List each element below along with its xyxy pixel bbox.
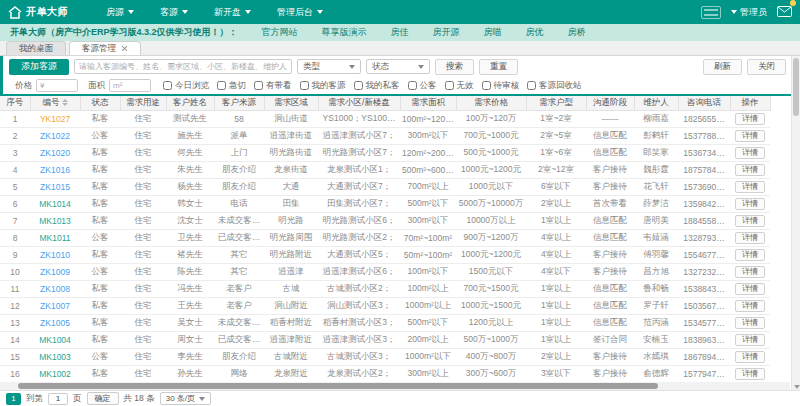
- detail-button[interactable]: 详情: [735, 181, 765, 193]
- search-input[interactable]: [74, 59, 292, 74]
- goto-prefix: 到第: [26, 393, 43, 405]
- cell-code[interactable]: MK1014: [30, 195, 80, 212]
- column-header[interactable]: 编号: [30, 96, 80, 110]
- cell-code[interactable]: MK1003: [30, 348, 80, 365]
- type-select[interactable]: 类型: [297, 59, 361, 74]
- goto-page-input[interactable]: [48, 393, 68, 405]
- filter-checkbox[interactable]: 待审核: [482, 80, 520, 92]
- detail-button[interactable]: 详情: [735, 300, 765, 312]
- price-input[interactable]: [36, 79, 78, 92]
- page-size-select[interactable]: 30 条/页: [160, 392, 211, 405]
- close-button[interactable]: 关闭: [747, 59, 786, 75]
- horizontal-scrollbar[interactable]: [0, 382, 790, 390]
- filter-checkbox[interactable]: 公客: [408, 80, 437, 92]
- filter-checkbox[interactable]: 无效: [445, 80, 474, 92]
- checkbox-input[interactable]: [482, 81, 491, 90]
- cell-code[interactable]: YK1027: [30, 110, 80, 127]
- refresh-button[interactable]: 刷新: [703, 59, 742, 75]
- topbar-menu-item[interactable]: 房源: [106, 6, 134, 19]
- checkbox-input[interactable]: [163, 81, 172, 90]
- cell-code[interactable]: ZK1009: [30, 263, 80, 280]
- detail-button[interactable]: 详情: [735, 130, 765, 142]
- tab-active[interactable]: 客源管理: [69, 41, 141, 55]
- cell-code[interactable]: MK1013: [30, 212, 80, 229]
- cell-agent: 安楠玉: [634, 331, 678, 348]
- notice-link[interactable]: 房桥: [568, 26, 586, 39]
- notice-link[interactable]: 官方网站: [262, 26, 298, 39]
- notice-link[interactable]: 房佳: [391, 26, 409, 39]
- topbar-menu-item[interactable]: 新开盘: [214, 6, 251, 19]
- cell-price: 1000元~1200元: [456, 246, 526, 263]
- notice-link[interactable]: 房喵: [484, 26, 502, 39]
- detail-button[interactable]: 详情: [735, 147, 765, 159]
- detail-button[interactable]: 详情: [735, 266, 765, 278]
- cell-code[interactable]: ZK1008: [30, 280, 80, 297]
- close-icon[interactable]: [121, 45, 128, 52]
- cell-code[interactable]: MK1002: [30, 365, 80, 382]
- cell-usage: 住宅: [120, 314, 166, 331]
- cell-community: YS1000；YS100…: [318, 110, 400, 127]
- detail-button[interactable]: 详情: [735, 249, 765, 261]
- cell-no: 11: [0, 280, 30, 297]
- status-select[interactable]: 状态: [366, 59, 430, 74]
- cell-code[interactable]: ZK1007: [30, 297, 80, 314]
- detail-button[interactable]: 详情: [735, 198, 765, 210]
- vertical-scrollbar-thumb[interactable]: [793, 58, 799, 116]
- column-header-inner: 需求小区/新楼盘: [319, 97, 400, 109]
- detail-button[interactable]: 详情: [735, 215, 765, 227]
- topbar-menu-item[interactable]: 客源: [160, 6, 188, 19]
- reset-button[interactable]: 重置: [479, 59, 518, 75]
- vertical-scrollbar[interactable]: [791, 56, 800, 390]
- cell-agent: 魏彤霆: [634, 161, 678, 178]
- detail-button[interactable]: 详情: [735, 232, 765, 244]
- filter-checkbox[interactable]: 客源回收站: [527, 80, 582, 92]
- goto-confirm-button[interactable]: 确定: [87, 392, 119, 405]
- cell-area: 500m²以下: [400, 314, 456, 331]
- checkbox-input[interactable]: [300, 81, 309, 90]
- cell-area: 100m²以下: [400, 263, 456, 280]
- detail-button[interactable]: 详情: [735, 283, 765, 295]
- cell-code[interactable]: ZK1020: [30, 144, 80, 161]
- filter-checkbox[interactable]: 我的私客: [354, 80, 400, 92]
- detail-button[interactable]: 详情: [735, 113, 765, 125]
- table-body: 1YK1027私客住宅测试先生58洞山街道YS1000；YS100…100m²~…: [0, 110, 770, 382]
- cell-source: 未成交客…: [214, 212, 264, 229]
- search-button[interactable]: 搜索: [435, 59, 474, 75]
- cell-price: 1500元以下: [456, 263, 526, 280]
- checkbox-input[interactable]: [408, 81, 417, 90]
- detail-button[interactable]: 详情: [735, 334, 765, 346]
- checkbox-input[interactable]: [254, 81, 263, 90]
- notice-link[interactable]: 房优: [526, 26, 544, 39]
- cell-code[interactable]: ZK1010: [30, 246, 80, 263]
- detail-button[interactable]: 详情: [735, 317, 765, 329]
- column-header: 需求价格: [456, 96, 526, 110]
- cell-code[interactable]: MK1004: [30, 331, 80, 348]
- detail-button[interactable]: 详情: [735, 351, 765, 363]
- detail-button[interactable]: 详情: [735, 368, 765, 380]
- checkbox-input[interactable]: [445, 81, 454, 90]
- checkbox-label: 今日浏览: [175, 80, 209, 92]
- user-menu[interactable]: 管理员: [731, 6, 767, 19]
- add-customer-button[interactable]: 添加客源: [9, 59, 69, 75]
- checkbox-input[interactable]: [354, 81, 363, 90]
- horizontal-scrollbar-thumb[interactable]: [18, 383, 658, 389]
- page-button-1[interactable]: 1: [6, 393, 21, 405]
- notice-link[interactable]: 房开源: [433, 26, 460, 39]
- filter-checkbox[interactable]: 我的客源: [300, 80, 346, 92]
- filter-checkbox[interactable]: 今日浏览: [163, 80, 209, 92]
- detail-button[interactable]: 详情: [735, 164, 765, 176]
- filter-checkbox[interactable]: 有带看: [254, 80, 292, 92]
- tab-item[interactable]: 我的桌面: [6, 41, 66, 55]
- cell-code[interactable]: MK1011: [30, 229, 80, 246]
- filter-checkbox[interactable]: 急切: [217, 80, 246, 92]
- topbar-menu-item[interactable]: 管理后台: [277, 6, 323, 19]
- area-input[interactable]: [109, 79, 151, 92]
- cell-code[interactable]: ZK1015: [30, 178, 80, 195]
- checkbox-input[interactable]: [527, 81, 536, 90]
- mail-button[interactable]: [777, 3, 792, 21]
- checkbox-input[interactable]: [217, 81, 226, 90]
- notice-link[interactable]: 尊享版演示: [322, 26, 367, 39]
- cell-code[interactable]: ZK1022: [30, 127, 80, 144]
- cell-code[interactable]: ZK1005: [30, 314, 80, 331]
- cell-code[interactable]: ZK1016: [30, 161, 80, 178]
